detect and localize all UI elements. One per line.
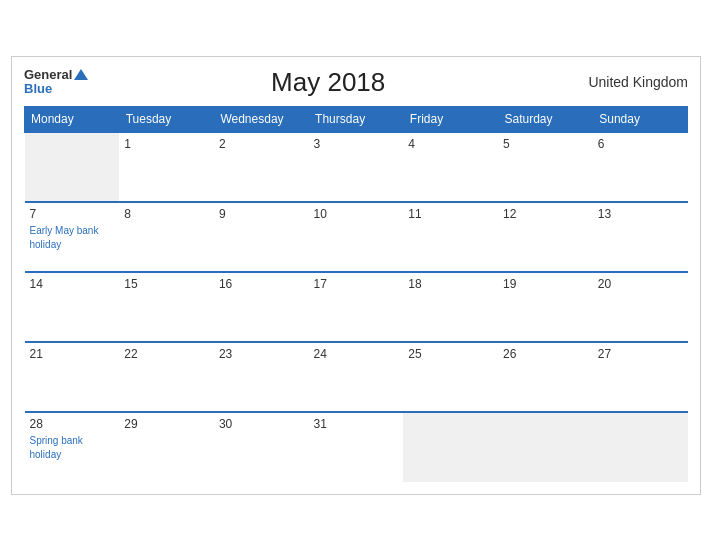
weekday-header-tuesday: Tuesday <box>119 106 214 132</box>
day-number: 5 <box>503 137 588 151</box>
logo-blue-text: Blue <box>24 82 88 96</box>
weekday-header-monday: Monday <box>25 106 120 132</box>
calendar-day-cell: 2 <box>214 132 309 202</box>
calendar-day-cell: 16 <box>214 272 309 342</box>
day-number: 31 <box>314 417 399 431</box>
calendar-day-cell: 29 <box>119 412 214 482</box>
day-number: 19 <box>503 277 588 291</box>
day-number: 13 <box>598 207 683 221</box>
calendar-week-row: 123456 <box>25 132 688 202</box>
calendar-day-cell: 10 <box>309 202 404 272</box>
calendar-wrapper: General Blue May 2018 United Kingdom Mon… <box>11 56 701 495</box>
day-number: 1 <box>124 137 209 151</box>
calendar-day-cell: 14 <box>25 272 120 342</box>
day-number: 2 <box>219 137 304 151</box>
calendar-day-cell <box>403 412 498 482</box>
day-number: 15 <box>124 277 209 291</box>
calendar-day-cell: 24 <box>309 342 404 412</box>
weekday-header-wednesday: Wednesday <box>214 106 309 132</box>
calendar-day-cell: 19 <box>498 272 593 342</box>
calendar-day-cell: 28Spring bank holiday <box>25 412 120 482</box>
calendar-day-cell: 20 <box>593 272 688 342</box>
calendar-week-row: 14151617181920 <box>25 272 688 342</box>
day-number: 7 <box>30 207 115 221</box>
day-number: 23 <box>219 347 304 361</box>
holiday-label: Spring bank holiday <box>30 435 83 460</box>
weekday-header-sunday: Sunday <box>593 106 688 132</box>
calendar-day-cell: 15 <box>119 272 214 342</box>
day-number: 21 <box>30 347 115 361</box>
day-number: 9 <box>219 207 304 221</box>
logo-triangle-icon <box>74 69 88 80</box>
calendar-day-cell: 30 <box>214 412 309 482</box>
calendar-day-cell: 13 <box>593 202 688 272</box>
day-number: 24 <box>314 347 399 361</box>
calendar-day-cell: 5 <box>498 132 593 202</box>
day-number: 16 <box>219 277 304 291</box>
calendar-week-row: 7Early May bank holiday8910111213 <box>25 202 688 272</box>
day-number: 22 <box>124 347 209 361</box>
day-number: 4 <box>408 137 493 151</box>
calendar-day-cell: 8 <box>119 202 214 272</box>
calendar-day-cell <box>593 412 688 482</box>
calendar-day-cell: 1 <box>119 132 214 202</box>
calendar-day-cell: 7Early May bank holiday <box>25 202 120 272</box>
calendar-day-cell: 3 <box>309 132 404 202</box>
day-number: 18 <box>408 277 493 291</box>
weekday-header-thursday: Thursday <box>309 106 404 132</box>
day-number: 27 <box>598 347 683 361</box>
weekday-header-saturday: Saturday <box>498 106 593 132</box>
calendar-day-cell: 23 <box>214 342 309 412</box>
logo: General Blue <box>24 68 88 97</box>
calendar-day-cell: 26 <box>498 342 593 412</box>
day-number: 12 <box>503 207 588 221</box>
day-number: 10 <box>314 207 399 221</box>
day-number: 17 <box>314 277 399 291</box>
day-number: 28 <box>30 417 115 431</box>
calendar-day-cell: 18 <box>403 272 498 342</box>
day-number: 30 <box>219 417 304 431</box>
day-number: 20 <box>598 277 683 291</box>
calendar-day-cell: 4 <box>403 132 498 202</box>
calendar-day-cell: 27 <box>593 342 688 412</box>
day-number: 6 <box>598 137 683 151</box>
day-number: 25 <box>408 347 493 361</box>
calendar-day-cell: 25 <box>403 342 498 412</box>
calendar-day-cell <box>25 132 120 202</box>
day-number: 11 <box>408 207 493 221</box>
calendar-week-row: 21222324252627 <box>25 342 688 412</box>
logo-general-text: General <box>24 68 72 82</box>
calendar-title: May 2018 <box>88 67 568 98</box>
calendar-day-cell: 6 <box>593 132 688 202</box>
day-number: 29 <box>124 417 209 431</box>
calendar-day-cell: 11 <box>403 202 498 272</box>
calendar-day-cell: 21 <box>25 342 120 412</box>
calendar-week-row: 28Spring bank holiday293031 <box>25 412 688 482</box>
calendar-region: United Kingdom <box>568 74 688 90</box>
calendar-day-cell: 31 <box>309 412 404 482</box>
day-number: 3 <box>314 137 399 151</box>
calendar-header-row: MondayTuesdayWednesdayThursdayFridaySatu… <box>25 106 688 132</box>
calendar-grid: MondayTuesdayWednesdayThursdayFridaySatu… <box>24 106 688 482</box>
calendar-day-cell: 17 <box>309 272 404 342</box>
day-number: 26 <box>503 347 588 361</box>
calendar-day-cell <box>498 412 593 482</box>
calendar-day-cell: 12 <box>498 202 593 272</box>
day-number: 8 <box>124 207 209 221</box>
weekday-header-friday: Friday <box>403 106 498 132</box>
day-number: 14 <box>30 277 115 291</box>
calendar-day-cell: 22 <box>119 342 214 412</box>
calendar-header: General Blue May 2018 United Kingdom <box>24 67 688 98</box>
calendar-day-cell: 9 <box>214 202 309 272</box>
holiday-label: Early May bank holiday <box>30 225 99 250</box>
